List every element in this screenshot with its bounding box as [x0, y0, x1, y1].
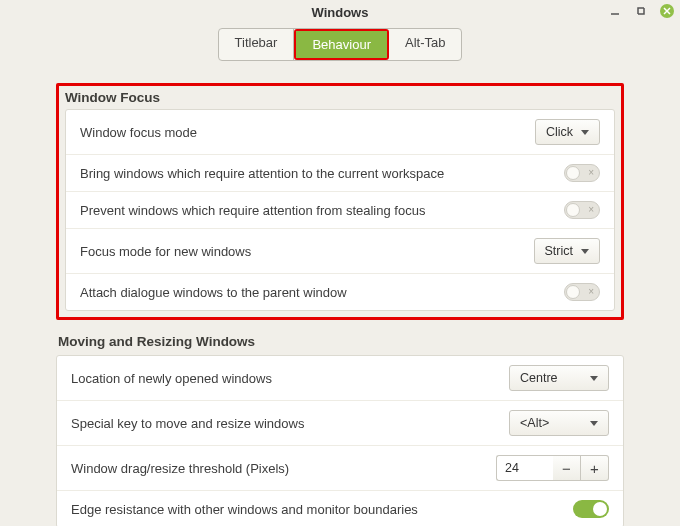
dropdown-location[interactable]: Centre — [509, 365, 609, 391]
label-prevent-steal: Prevent windows which require attention … — [80, 203, 425, 218]
tab-group: Titlebar Behaviour Alt-Tab — [218, 28, 463, 61]
window-title: Windows — [0, 0, 680, 26]
toggle-off-icon: × — [588, 285, 594, 299]
chevron-down-icon — [590, 421, 598, 426]
dropdown-value: Strict — [545, 244, 573, 258]
stepper-increment[interactable]: + — [581, 455, 609, 481]
close-button[interactable] — [660, 4, 674, 18]
toggle-knob — [566, 285, 580, 299]
toggle-off-icon: × — [588, 203, 594, 217]
toggle-bring-attention[interactable]: × — [564, 164, 600, 182]
moving-resizing-heading: Moving and Resizing Windows — [58, 334, 624, 349]
maximize-button[interactable] — [634, 4, 648, 18]
row-new-window-focus: Focus mode for new windows Strict — [66, 228, 614, 273]
label-edge-resistance: Edge resistance with other windows and m… — [71, 502, 418, 517]
minimize-button[interactable] — [608, 4, 622, 18]
label-attach-dialog: Attach dialogue windows to the parent wi… — [80, 285, 347, 300]
chevron-down-icon — [581, 249, 589, 254]
row-edge-resistance: Edge resistance with other windows and m… — [57, 490, 623, 526]
row-location: Location of newly opened windows Centre — [57, 356, 623, 400]
dropdown-new-window-focus[interactable]: Strict — [534, 238, 600, 264]
stepper-value[interactable]: 24 — [496, 455, 553, 481]
row-special-key: Special key to move and resize windows <… — [57, 400, 623, 445]
row-attach-dialog: Attach dialogue windows to the parent wi… — [66, 273, 614, 310]
chevron-down-icon — [581, 130, 589, 135]
label-new-window-focus: Focus mode for new windows — [80, 244, 251, 259]
toggle-off-icon: × — [588, 166, 594, 180]
page-content: Window Focus Window focus mode Click Bri… — [0, 61, 680, 526]
toggle-knob — [566, 203, 580, 217]
toggle-edge-resistance[interactable] — [573, 500, 609, 518]
row-focus-mode: Window focus mode Click — [66, 110, 614, 154]
tab-titlebar[interactable]: Titlebar — [219, 29, 295, 60]
stepper-drag-threshold: 24 − + — [496, 455, 609, 481]
window-focus-highlight: Window Focus Window focus mode Click Bri… — [56, 83, 624, 320]
active-tab-highlight: Behaviour — [294, 29, 389, 60]
label-special-key: Special key to move and resize windows — [71, 416, 304, 431]
dropdown-focus-mode[interactable]: Click — [535, 119, 600, 145]
dropdown-special-key[interactable]: <Alt> — [509, 410, 609, 436]
toggle-prevent-steal[interactable]: × — [564, 201, 600, 219]
tab-behaviour[interactable]: Behaviour — [296, 31, 387, 58]
toggle-knob — [566, 166, 580, 180]
dropdown-value: <Alt> — [520, 416, 549, 430]
stepper-decrement[interactable]: − — [553, 455, 581, 481]
toggle-knob — [593, 502, 607, 516]
dropdown-value: Centre — [520, 371, 558, 385]
label-location: Location of newly opened windows — [71, 371, 272, 386]
dropdown-value: Click — [546, 125, 573, 139]
row-drag-threshold: Window drag/resize threshold (Pixels) 24… — [57, 445, 623, 490]
label-bring-attention: Bring windows which require attention to… — [80, 166, 444, 181]
row-bring-attention: Bring windows which require attention to… — [66, 154, 614, 191]
tab-alttab[interactable]: Alt-Tab — [389, 29, 461, 60]
row-prevent-steal: Prevent windows which require attention … — [66, 191, 614, 228]
window-focus-heading: Window Focus — [65, 90, 621, 105]
titlebar: Windows — [0, 0, 680, 26]
moving-resizing-panel: Location of newly opened windows Centre … — [56, 355, 624, 526]
label-drag-threshold: Window drag/resize threshold (Pixels) — [71, 461, 289, 476]
toggle-attach-dialog[interactable]: × — [564, 283, 600, 301]
chevron-down-icon — [590, 376, 598, 381]
label-focus-mode: Window focus mode — [80, 125, 197, 140]
window-buttons — [608, 4, 674, 18]
tab-strip: Titlebar Behaviour Alt-Tab — [0, 28, 680, 61]
window-focus-panel: Window focus mode Click Bring windows wh… — [65, 109, 615, 311]
